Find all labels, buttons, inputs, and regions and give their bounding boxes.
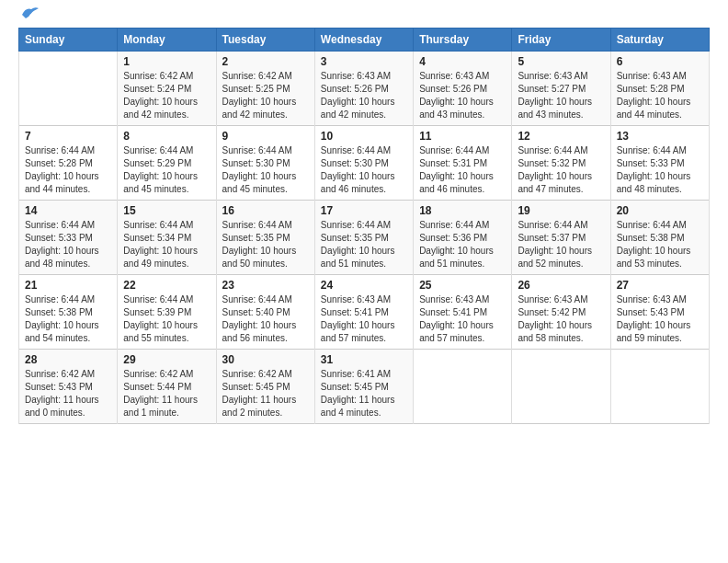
calendar-cell: 30Sunrise: 6:42 AMSunset: 5:45 PMDayligh… <box>216 350 314 424</box>
day-info: Sunrise: 6:44 AMSunset: 5:40 PMDaylight:… <box>222 293 309 345</box>
day-number: 25 <box>419 279 506 292</box>
calendar-cell: 28Sunrise: 6:42 AMSunset: 5:43 PMDayligh… <box>19 350 118 424</box>
day-info: Sunrise: 6:42 AMSunset: 5:24 PMDaylight:… <box>123 70 210 121</box>
header <box>0 0 728 28</box>
calendar-cell: 23Sunrise: 6:44 AMSunset: 5:40 PMDayligh… <box>216 275 314 350</box>
calendar-cell: 22Sunrise: 6:44 AMSunset: 5:39 PMDayligh… <box>118 275 216 350</box>
calendar-header-row: SundayMondayTuesdayWednesdayThursdayFrid… <box>19 29 710 52</box>
calendar-cell <box>610 350 709 424</box>
calendar-cell: 9Sunrise: 6:44 AMSunset: 5:30 PMDaylight… <box>216 126 314 201</box>
day-info: Sunrise: 6:43 AMSunset: 5:41 PMDaylight:… <box>419 293 506 345</box>
day-info: Sunrise: 6:43 AMSunset: 5:26 PMDaylight:… <box>419 70 506 121</box>
day-number: 9 <box>222 130 309 143</box>
calendar-cell <box>19 52 118 126</box>
day-number: 7 <box>25 130 111 143</box>
day-number: 29 <box>123 353 210 366</box>
calendar-cell: 4Sunrise: 6:43 AMSunset: 5:26 PMDaylight… <box>414 52 512 126</box>
day-number: 14 <box>25 204 111 217</box>
day-info: Sunrise: 6:42 AMSunset: 5:44 PMDaylight:… <box>123 368 210 419</box>
calendar-cell: 24Sunrise: 6:43 AMSunset: 5:41 PMDayligh… <box>314 275 413 350</box>
calendar-cell: 29Sunrise: 6:42 AMSunset: 5:44 PMDayligh… <box>118 350 216 424</box>
calendar-cell: 7Sunrise: 6:44 AMSunset: 5:28 PMDaylight… <box>19 126 118 201</box>
calendar-week-5: 28Sunrise: 6:42 AMSunset: 5:43 PMDayligh… <box>19 350 710 424</box>
calendar-cell <box>512 350 610 424</box>
day-number: 5 <box>518 55 604 68</box>
day-info: Sunrise: 6:44 AMSunset: 5:37 PMDaylight:… <box>518 219 604 270</box>
day-info: Sunrise: 6:44 AMSunset: 5:28 PMDaylight:… <box>25 144 111 196</box>
calendar-cell: 27Sunrise: 6:43 AMSunset: 5:43 PMDayligh… <box>610 275 709 350</box>
day-info: Sunrise: 6:44 AMSunset: 5:33 PMDaylight:… <box>617 144 703 196</box>
day-number: 12 <box>518 130 604 143</box>
col-header-friday: Friday <box>512 29 610 52</box>
day-number: 22 <box>123 279 210 292</box>
day-info: Sunrise: 6:43 AMSunset: 5:28 PMDaylight:… <box>617 70 703 121</box>
calendar-cell: 17Sunrise: 6:44 AMSunset: 5:35 PMDayligh… <box>314 201 413 275</box>
day-info: Sunrise: 6:43 AMSunset: 5:26 PMDaylight:… <box>321 70 407 121</box>
calendar-cell: 1Sunrise: 6:42 AMSunset: 5:24 PMDaylight… <box>118 52 216 126</box>
day-number: 3 <box>321 55 407 68</box>
day-info: Sunrise: 6:43 AMSunset: 5:42 PMDaylight:… <box>518 293 604 345</box>
col-header-monday: Monday <box>118 29 216 52</box>
calendar-cell: 21Sunrise: 6:44 AMSunset: 5:38 PMDayligh… <box>19 275 118 350</box>
calendar-cell: 25Sunrise: 6:43 AMSunset: 5:41 PMDayligh… <box>414 275 512 350</box>
calendar-week-2: 7Sunrise: 6:44 AMSunset: 5:28 PMDaylight… <box>19 126 710 201</box>
page: SundayMondayTuesdayWednesdayThursdayFrid… <box>0 0 728 563</box>
calendar-week-3: 14Sunrise: 6:44 AMSunset: 5:33 PMDayligh… <box>19 201 710 275</box>
calendar-cell: 11Sunrise: 6:44 AMSunset: 5:31 PMDayligh… <box>414 126 512 201</box>
day-info: Sunrise: 6:44 AMSunset: 5:38 PMDaylight:… <box>25 293 111 345</box>
day-info: Sunrise: 6:43 AMSunset: 5:41 PMDaylight:… <box>321 293 407 345</box>
calendar-cell: 20Sunrise: 6:44 AMSunset: 5:38 PMDayligh… <box>610 201 709 275</box>
calendar-cell: 15Sunrise: 6:44 AMSunset: 5:34 PMDayligh… <box>118 201 216 275</box>
logo-bird-icon <box>20 6 40 22</box>
calendar-cell: 13Sunrise: 6:44 AMSunset: 5:33 PMDayligh… <box>610 126 709 201</box>
day-number: 8 <box>123 130 210 143</box>
day-number: 26 <box>518 279 604 292</box>
calendar-cell: 10Sunrise: 6:44 AMSunset: 5:30 PMDayligh… <box>314 126 413 201</box>
calendar-table: SundayMondayTuesdayWednesdayThursdayFrid… <box>18 28 710 424</box>
day-number: 13 <box>617 130 703 143</box>
day-number: 20 <box>617 204 703 217</box>
day-number: 31 <box>321 353 407 366</box>
day-info: Sunrise: 6:43 AMSunset: 5:27 PMDaylight:… <box>518 70 604 121</box>
day-info: Sunrise: 6:44 AMSunset: 5:33 PMDaylight:… <box>25 219 111 270</box>
day-number: 16 <box>222 204 309 217</box>
calendar-cell: 16Sunrise: 6:44 AMSunset: 5:35 PMDayligh… <box>216 201 314 275</box>
day-info: Sunrise: 6:42 AMSunset: 5:43 PMDaylight:… <box>25 368 111 419</box>
calendar-cell: 18Sunrise: 6:44 AMSunset: 5:36 PMDayligh… <box>414 201 512 275</box>
day-info: Sunrise: 6:44 AMSunset: 5:35 PMDaylight:… <box>222 219 309 270</box>
day-info: Sunrise: 6:44 AMSunset: 5:36 PMDaylight:… <box>419 219 506 270</box>
calendar-cell: 31Sunrise: 6:41 AMSunset: 5:45 PMDayligh… <box>314 350 413 424</box>
day-number: 30 <box>222 353 309 366</box>
day-info: Sunrise: 6:41 AMSunset: 5:45 PMDaylight:… <box>321 368 407 419</box>
calendar-cell: 5Sunrise: 6:43 AMSunset: 5:27 PMDaylight… <box>512 52 610 126</box>
calendar-cell: 19Sunrise: 6:44 AMSunset: 5:37 PMDayligh… <box>512 201 610 275</box>
calendar-cell: 26Sunrise: 6:43 AMSunset: 5:42 PMDayligh… <box>512 275 610 350</box>
day-number: 2 <box>222 55 309 68</box>
day-info: Sunrise: 6:42 AMSunset: 5:45 PMDaylight:… <box>222 368 309 419</box>
calendar-cell: 14Sunrise: 6:44 AMSunset: 5:33 PMDayligh… <box>19 201 118 275</box>
day-number: 19 <box>518 204 604 217</box>
day-info: Sunrise: 6:44 AMSunset: 5:31 PMDaylight:… <box>419 144 506 196</box>
day-number: 4 <box>419 55 506 68</box>
calendar-cell: 8Sunrise: 6:44 AMSunset: 5:29 PMDaylight… <box>118 126 216 201</box>
col-header-sunday: Sunday <box>19 29 118 52</box>
day-number: 28 <box>25 353 111 366</box>
day-number: 6 <box>617 55 703 68</box>
day-info: Sunrise: 6:44 AMSunset: 5:30 PMDaylight:… <box>321 144 407 196</box>
day-number: 11 <box>419 130 506 143</box>
day-number: 10 <box>321 130 407 143</box>
day-info: Sunrise: 6:44 AMSunset: 5:38 PMDaylight:… <box>617 219 703 270</box>
col-header-thursday: Thursday <box>414 29 512 52</box>
day-number: 1 <box>123 55 210 68</box>
calendar-cell: 2Sunrise: 6:42 AMSunset: 5:25 PMDaylight… <box>216 52 314 126</box>
day-number: 24 <box>321 279 407 292</box>
logo <box>18 13 40 22</box>
day-info: Sunrise: 6:44 AMSunset: 5:30 PMDaylight:… <box>222 144 309 196</box>
day-info: Sunrise: 6:44 AMSunset: 5:35 PMDaylight:… <box>321 219 407 270</box>
calendar-week-1: 1Sunrise: 6:42 AMSunset: 5:24 PMDaylight… <box>19 52 710 126</box>
day-number: 27 <box>617 279 703 292</box>
day-info: Sunrise: 6:43 AMSunset: 5:43 PMDaylight:… <box>617 293 703 345</box>
calendar-cell: 6Sunrise: 6:43 AMSunset: 5:28 PMDaylight… <box>610 52 709 126</box>
day-info: Sunrise: 6:44 AMSunset: 5:39 PMDaylight:… <box>123 293 210 345</box>
day-number: 23 <box>222 279 309 292</box>
